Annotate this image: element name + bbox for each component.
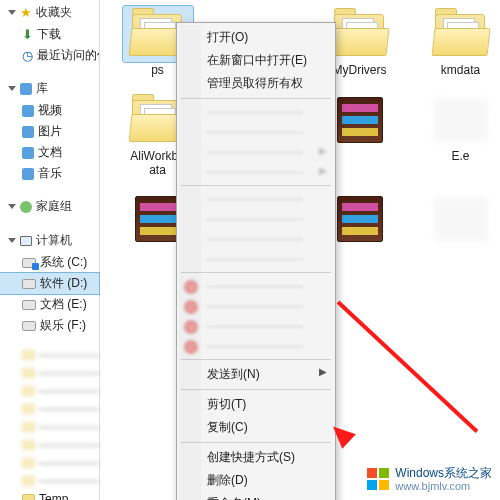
nav-group-homegroup[interactable]: 家庭组 [0,194,99,218]
ctx-obscured[interactable]: ———————— [179,102,333,122]
chevron-down-icon [8,10,16,15]
ctx-obscured[interactable]: ———————— [179,122,333,142]
folder-icon [22,386,35,396]
drive-icon [22,300,36,310]
folder-icon [22,422,35,432]
nav-item-downloads[interactable]: ⬇ 下载 [0,24,99,45]
windows-logo-icon [367,468,389,490]
music-icon [22,168,34,180]
nav-item-temp[interactable]: Temp [0,490,99,500]
obscured-icon [434,98,488,142]
nav-item-hidden: ————— [0,400,99,418]
nav-item-drive-e[interactable]: 文档 (E:) [0,294,99,315]
ctx-open-new-window[interactable]: 在新窗口中打开(E) [179,49,333,72]
ctx-obscured[interactable]: ———————— [179,229,333,249]
ctx-obscured[interactable]: ———————— [179,142,333,162]
ctx-obscured[interactable]: ———————— [179,316,333,336]
context-menu[interactable]: 打开(O) 在新窗口中打开(E) 管理员取得所有权 ———————— —————… [176,22,336,500]
context-menu-separator [181,272,331,273]
nav-item-label: 系统 (C:) [40,254,87,271]
homegroup-icon [20,201,32,213]
ctx-obscured[interactable]: ———————— [179,336,333,356]
ctx-send-to[interactable]: 发送到(N) [179,363,333,386]
nav-item-label: 视频 [38,102,62,119]
ctx-copy[interactable]: 复制(C) [179,416,333,439]
nav-item-drive-d[interactable]: 软件 (D:) [0,273,99,294]
folder-icon [22,350,35,360]
ctx-obscured[interactable]: ———————— [179,249,333,269]
recent-icon: ◷ [22,49,33,62]
ctx-obscured[interactable]: ———————— [179,209,333,229]
watermark-url: www.bjmlv.com [395,480,492,492]
nav-item-drive-c[interactable]: 系统 (C:) [0,252,99,273]
archive-icon [337,97,383,143]
nav-item-hidden: ————— [0,382,99,400]
document-icon [22,147,34,159]
nav-group-label: 计算机 [36,232,72,249]
context-menu-separator [181,359,331,360]
nav-group-label: 家庭组 [36,198,72,215]
ctx-rename[interactable]: 重命名(M) [179,492,333,500]
nav-item-documents[interactable]: 文档 [0,142,99,163]
nav-group-libraries[interactable]: 库 [0,76,99,100]
context-menu-separator [181,442,331,443]
context-menu-separator [181,98,331,99]
nav-item-hidden: ————— [0,364,99,382]
ctx-obscured[interactable]: ———————— [179,162,333,182]
nav-group-label: 库 [36,80,48,97]
file-tile[interactable]: E.e [425,92,496,178]
red-icon [184,280,198,294]
context-menu-separator [181,185,331,186]
obscured-icon [434,197,488,241]
nav-item-label: 最近访问的位置 [37,47,99,64]
nav-group-computer[interactable]: 计算机 [0,228,99,252]
ctx-delete[interactable]: 删除(D) [179,469,333,492]
nav-item-label: 软件 (D:) [40,275,87,292]
archive-icon [135,196,181,242]
chevron-down-icon [8,204,16,209]
nav-item-recent[interactable]: ◷ 最近访问的位置 [0,45,99,66]
chevron-down-icon [8,86,16,91]
chevron-down-icon [8,238,16,243]
file-caption: kmdata [441,64,480,78]
file-tile[interactable] [425,191,496,247]
ctx-obscured[interactable]: ———————— [179,189,333,209]
system-drive-icon [22,258,36,268]
nav-group-label: 收藏夹 [36,4,72,21]
folder-icon [22,440,35,450]
ctx-create-shortcut[interactable]: 创建快捷方式(S) [179,446,333,469]
folder-tree[interactable]: ★ 收藏夹 ⬇ 下载 ◷ 最近访问的位置 库 视频 图片 文档 [0,0,100,500]
nav-item-music[interactable]: 音乐 [0,163,99,184]
nav-group-favorites[interactable]: ★ 收藏夹 [0,0,99,24]
folder-icon [433,12,489,56]
ctx-obscured[interactable]: ———————— [179,296,333,316]
nav-item-hidden: ————— [0,346,99,364]
ctx-take-ownership[interactable]: 管理员取得所有权 [179,72,333,95]
picture-icon [22,126,34,138]
ctx-open[interactable]: 打开(O) [179,26,333,49]
nav-item-hidden: ————— [0,418,99,436]
video-icon [22,105,34,117]
computer-icon [20,236,32,246]
folder-icon [22,458,35,468]
star-icon: ★ [20,6,32,19]
ctx-obscured[interactable]: ———————— [179,276,333,296]
drive-icon [22,321,36,331]
nav-item-pictures[interactable]: 图片 [0,121,99,142]
nav-item-label: 娱乐 (F:) [40,317,86,334]
context-menu-separator [181,389,331,390]
nav-item-videos[interactable]: 视频 [0,100,99,121]
ctx-cut[interactable]: 剪切(T) [179,393,333,416]
nav-item-drive-f[interactable]: 娱乐 (F:) [0,315,99,336]
archive-icon [337,196,383,242]
file-tile-folder[interactable]: kmdata [425,6,496,78]
download-icon: ⬇ [22,28,33,41]
folder-icon [332,12,388,56]
watermark: Windows系统之家 www.bjmlv.com [367,465,492,492]
nav-item-hidden: ————— [0,454,99,472]
folder-icon [22,404,35,414]
nav-item-label: 文档 (E:) [40,296,87,313]
drive-icon [22,279,36,289]
nav-item-label: 下载 [37,26,61,43]
nav-item-label: 音乐 [38,165,62,182]
